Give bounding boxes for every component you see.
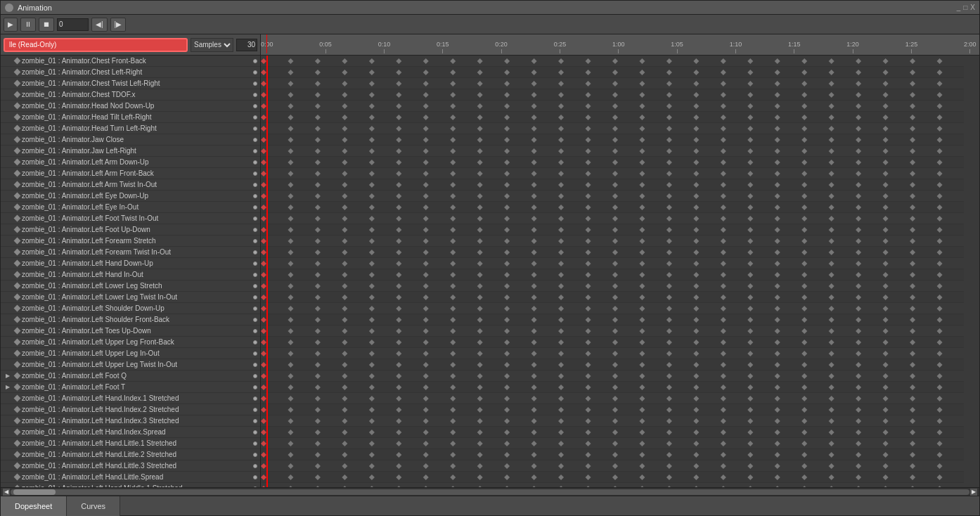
timeline-track-row[interactable] [261, 134, 964, 146]
track-row[interactable]: zombie_01 : Animator.Left Arm Twist In-O… [1, 179, 260, 191]
timeline-track-row[interactable] [261, 438, 964, 449]
timeline-track-row[interactable] [261, 337, 964, 348]
track-row[interactable]: zombie_01 : Animator.Chest Left-Right [1, 67, 260, 78]
timeline-track-row[interactable] [261, 393, 964, 404]
timeline-track-row[interactable] [261, 89, 964, 101]
timeline-track-row[interactable] [261, 314, 964, 325]
track-row[interactable]: zombie_01 : Animator.Left Hand.Index.Spr… [1, 427, 260, 438]
track-row[interactable]: zombie_01 : Animator.Left Hand.Little.1 … [1, 438, 260, 449]
track-row[interactable]: zombie_01 : Animator.Jaw Close [1, 134, 260, 146]
timeline-track-row[interactable] [261, 404, 964, 415]
timeline-track-row[interactable] [261, 460, 964, 472]
track-row[interactable]: zombie_01 : Animator.Left Eye Down-Up [1, 191, 260, 202]
track-row[interactable]: ▶zombie_01 : Animator.Left Foot Q [1, 370, 260, 382]
timeline-track-row[interactable] [261, 224, 964, 236]
track-row[interactable]: zombie_01 : Animator.Left Hand.Little.Sp… [1, 472, 260, 483]
timeline-track-row[interactable] [261, 78, 964, 89]
timeline-track-row[interactable] [261, 112, 964, 123]
track-row[interactable]: zombie_01 : Animator.Left Hand.Index.3 S… [1, 415, 260, 427]
timeline-track-row[interactable] [261, 483, 964, 487]
pause-button[interactable]: ⏸ [20, 18, 36, 32]
track-row[interactable]: zombie_01 : Animator.Chest Twist Left-Ri… [1, 78, 260, 89]
timeline-track-row[interactable] [261, 415, 964, 427]
track-row[interactable]: zombie_01 : Animator.Left Hand In-Out [1, 269, 260, 280]
track-row[interactable]: zombie_01 : Animator.Left Upper Leg In-O… [1, 348, 260, 359]
timeline-track-row[interactable] [261, 191, 964, 202]
track-row[interactable]: zombie_01 : Animator.Left Forearm Stretc… [1, 236, 260, 247]
tab-dopesheet[interactable]: Dopesheet [1, 496, 67, 516]
timeline-track-row[interactable] [261, 146, 964, 157]
timeline-track-row[interactable] [261, 258, 964, 269]
track-list[interactable]: zombie_01 : Animator.Chest Front-Backzom… [1, 56, 260, 487]
track-row[interactable]: zombie_01 : Animator.Left Arm Front-Back [1, 168, 260, 179]
tab-curves[interactable]: Curves [67, 496, 120, 516]
scrollbar-thumb[interactable] [13, 489, 56, 495]
timeline-track-row[interactable] [261, 123, 964, 134]
track-row[interactable]: zombie_01 : Animator.Left Lower Leg Stre… [1, 280, 260, 292]
track-row[interactable]: zombie_01 : Animator.Left Hand.Index.2 S… [1, 404, 260, 415]
track-row[interactable]: zombie_01 : Animator.Left Foot Up-Down [1, 224, 260, 236]
close-btn[interactable]: X [970, 4, 975, 11]
track-row[interactable]: zombie_01 : Animator.Left Upper Leg Twis… [1, 359, 260, 370]
track-row[interactable]: zombie_01 : Animator.Head Tilt Left-Righ… [1, 112, 260, 123]
track-row[interactable]: zombie_01 : Animator.Left Toes Up-Down [1, 325, 260, 337]
timeline-track-row[interactable] [261, 67, 964, 78]
timeline-track-row[interactable] [261, 427, 964, 438]
track-row[interactable]: zombie_01 : Animator.Left Hand Down-Up [1, 258, 260, 269]
display-select[interactable]: Samples [191, 38, 233, 52]
timeline-track-row[interactable] [261, 56, 964, 67]
track-row[interactable]: zombie_01 : Animator.Left Hand.Little.2 … [1, 449, 260, 460]
track-row[interactable]: zombie_01 : Animator.Left Eye In-Out [1, 202, 260, 213]
expand-icon[interactable]: ▶ [4, 372, 12, 380]
close-icon[interactable] [5, 4, 13, 12]
count-input[interactable] [236, 39, 257, 51]
track-row[interactable]: zombie_01 : Animator.Left Hand.Index.1 S… [1, 393, 260, 404]
track-row[interactable]: zombie_01 : Animator.Left Upper Leg Fron… [1, 337, 260, 348]
stop-button[interactable]: ⏹ [39, 18, 54, 32]
scroll-right-button[interactable]: ▶ [969, 488, 978, 496]
track-row[interactable]: ▶zombie_01 : Animator.Left Foot T [1, 382, 260, 393]
time-input[interactable] [57, 18, 89, 31]
timeline-track-row[interactable] [261, 168, 964, 179]
timeline-track-row[interactable] [261, 269, 964, 280]
timeline-track-row[interactable] [261, 101, 964, 112]
timeline-track-row[interactable] [261, 179, 964, 191]
timeline-track-row[interactable] [261, 449, 964, 460]
maximize-icon[interactable]: □ [963, 4, 967, 11]
timeline-track-row[interactable] [261, 359, 964, 370]
track-row[interactable]: zombie_01 : Animator.Chest TDOF.x [1, 89, 260, 101]
timeline-track-row[interactable] [261, 202, 964, 213]
track-row[interactable]: zombie_01 : Animator.Left Hand.Little.3 … [1, 460, 260, 472]
timeline-track-row[interactable] [261, 247, 964, 258]
timeline-track-row[interactable] [261, 280, 964, 292]
track-row[interactable]: zombie_01 : Animator.Left Forearm Twist … [1, 247, 260, 258]
expand-icon[interactable]: ▶ [4, 383, 12, 392]
timeline-track-row[interactable] [261, 472, 964, 483]
track-row[interactable]: zombie_01 : Animator.Left Arm Down-Up [1, 157, 260, 168]
track-row[interactable]: zombie_01 : Animator.Chest Front-Back [1, 56, 260, 67]
timeline-track-row[interactable] [261, 325, 964, 337]
timeline-track-row[interactable] [261, 370, 964, 382]
track-row[interactable]: zombie_01 : Animator.Jaw Left-Right [1, 146, 260, 157]
timeline-track-row[interactable] [261, 213, 964, 224]
timeline-track-row[interactable] [261, 348, 964, 359]
track-row[interactable]: zombie_01 : Animator.Head Nod Down-Up [1, 101, 260, 112]
timeline-track-row[interactable] [261, 292, 964, 303]
track-row[interactable]: zombie_01 : Animator.Left Shoulder Front… [1, 314, 260, 325]
scroll-left-button[interactable]: ◀ [2, 488, 11, 496]
next-frame-button[interactable]: |▶ [110, 18, 127, 32]
timeline-track-row[interactable] [261, 157, 964, 168]
track-row[interactable]: zombie_01 : Animator.Left Shoulder Down-… [1, 303, 260, 314]
track-row[interactable]: zombie_01 : Animator.Left Foot Twist In-… [1, 213, 260, 224]
minimize-icon[interactable]: _ [957, 4, 961, 11]
timeline-track-row[interactable] [261, 303, 964, 314]
timeline-track-row[interactable] [261, 236, 964, 247]
track-row[interactable]: zombie_01 : Animator.Head Turn Left-Righ… [1, 123, 260, 134]
horizontal-scrollbar[interactable]: ◀ ▶ [1, 487, 979, 496]
timeline-tracks[interactable] [261, 56, 979, 487]
track-row[interactable]: zombie_01 : Animator.Left Lower Leg Twis… [1, 292, 260, 303]
play-button[interactable]: ▶ [4, 18, 18, 32]
prev-frame-button[interactable]: ◀| [91, 18, 108, 32]
timeline-track-row[interactable] [261, 382, 964, 393]
filter-box[interactable]: lle (Read-Only) [4, 38, 188, 52]
